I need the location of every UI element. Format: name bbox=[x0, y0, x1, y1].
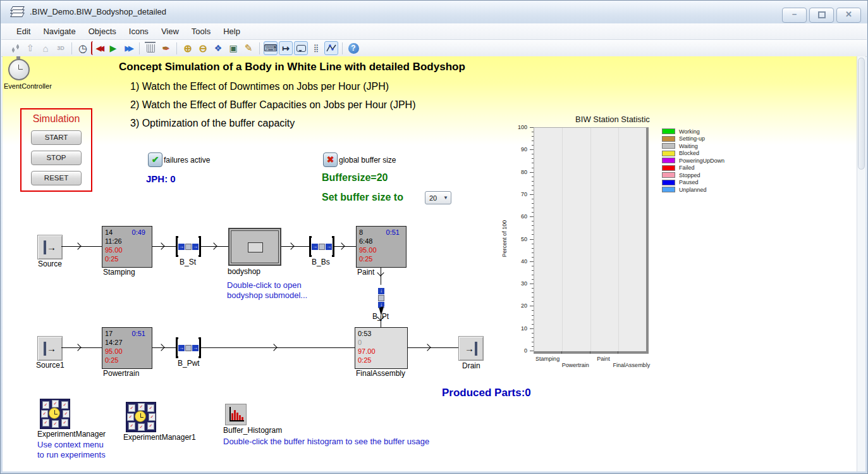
paint-count: 8 bbox=[359, 228, 363, 237]
y-tick bbox=[532, 248, 534, 249]
close-button[interactable]: ✕ bbox=[836, 8, 861, 23]
event-controller-label: EventController bbox=[4, 82, 52, 90]
y-tick bbox=[530, 351, 534, 351]
event-controller-object[interactable] bbox=[8, 59, 30, 80]
help-icon[interactable]: ? bbox=[346, 41, 360, 55]
model-canvas[interactable]: EventController Concept Simulation of a … bbox=[3, 56, 859, 471]
buffer-histogram-object[interactable] bbox=[225, 404, 247, 425]
legend-swatch bbox=[662, 128, 675, 134]
grid-icon[interactable]: ⣿ bbox=[309, 41, 323, 55]
powertrain-time: 0:51 bbox=[132, 329, 145, 338]
y-tick bbox=[532, 190, 534, 190]
home-icon[interactable]: ⌂ bbox=[39, 41, 52, 55]
start-button[interactable]: START bbox=[31, 130, 82, 145]
footprints-icon[interactable] bbox=[8, 41, 22, 55]
experiment-manager1-object[interactable]: ✓✓✓ ✓✓ ✓✓✓ bbox=[126, 402, 156, 432]
goal-2: 2) Watch the Effect of Buffer Capacities… bbox=[130, 99, 415, 111]
legend-swatch bbox=[662, 158, 675, 163]
menu-objects[interactable]: Objects bbox=[82, 25, 123, 38]
paint-station[interactable]: 80:51 6:48 95.00 0:25 bbox=[356, 226, 406, 268]
route-glyph bbox=[326, 44, 336, 53]
menu-view[interactable]: View bbox=[155, 25, 185, 38]
global-buffer-checkbox[interactable]: ✖ bbox=[323, 153, 338, 167]
menu-navigate[interactable]: Navigate bbox=[37, 25, 82, 38]
reset-button[interactable]: RESET bbox=[31, 171, 82, 185]
y-tick bbox=[532, 333, 534, 334]
reset-simulation-icon[interactable]: ◀◀ bbox=[91, 41, 105, 55]
route-icon[interactable] bbox=[324, 41, 338, 55]
failures-label: failures active bbox=[164, 156, 210, 165]
comment-icon[interactable] bbox=[294, 41, 308, 55]
finalassembly-count: 0:53 bbox=[358, 329, 405, 338]
stop-button[interactable]: STOP bbox=[31, 151, 82, 165]
y-tick bbox=[530, 328, 534, 329]
x-tick bbox=[561, 351, 562, 354]
paint-clock: 6:48 bbox=[359, 237, 403, 246]
y-tick bbox=[530, 216, 534, 217]
legend-swatch bbox=[662, 180, 675, 185]
zoom-in-icon[interactable]: ⊕ bbox=[181, 41, 195, 55]
y-tick bbox=[532, 199, 534, 199]
delete-icon[interactable] bbox=[144, 41, 157, 55]
b-bs-label: B_Bs bbox=[312, 258, 330, 266]
finalassembly-label: FinalAssembly bbox=[356, 369, 405, 378]
eraser-icon[interactable]: ✒ bbox=[159, 41, 173, 55]
b-st-label: B_St bbox=[180, 258, 196, 266]
title-bar[interactable]: .BIW_Demo.BIW_Bodyshop_detailed − ✕ bbox=[1, 1, 867, 23]
y-tick bbox=[532, 234, 534, 235]
buffer-size-dropdown[interactable]: 20 ▼ bbox=[425, 191, 451, 204]
menu-tools[interactable]: Tools bbox=[185, 25, 217, 38]
navigate-up-icon[interactable]: ⇧ bbox=[23, 41, 37, 55]
legend-swatch bbox=[662, 151, 675, 156]
y-tick-label: 100 bbox=[508, 124, 527, 130]
scrollbar-thumb[interactable] bbox=[858, 58, 865, 170]
drain-object[interactable]: → bbox=[458, 336, 484, 361]
powertrain-station[interactable]: 170:51 14:27 95.00 0:25 bbox=[102, 327, 152, 369]
legend-swatch bbox=[662, 172, 675, 178]
buffer-b-st[interactable]: →→ bbox=[176, 236, 201, 257]
finalassembly-station[interactable]: 0:53 0 97.00 0:25 bbox=[355, 327, 408, 369]
connector-icon[interactable]: ↦ bbox=[279, 41, 293, 55]
event-controller-icon[interactable]: ◷ bbox=[76, 41, 90, 55]
y-tick bbox=[530, 239, 534, 240]
edit-mode-icon[interactable]: ✎ bbox=[241, 41, 255, 55]
stamping-station[interactable]: 140:49 11:26 95.00 0:25 bbox=[102, 226, 152, 268]
bodyshop-submodel[interactable] bbox=[228, 228, 281, 266]
failures-checkbox[interactable]: ✔ bbox=[148, 153, 162, 167]
app-icon bbox=[9, 6, 25, 17]
powertrain-count: 17 bbox=[105, 329, 113, 338]
stamping-cycle: 0:25 bbox=[105, 254, 149, 263]
powertrain-availability: 95.00 bbox=[105, 347, 149, 356]
zoom-out-icon[interactable]: ⊖ bbox=[196, 41, 210, 55]
buffer-b-pwt[interactable]: →→ bbox=[176, 337, 201, 358]
snapshot-icon[interactable]: ▣ bbox=[226, 41, 240, 55]
fast-forward-icon[interactable]: ▶▶ bbox=[121, 41, 135, 55]
source1-object[interactable]: → bbox=[37, 336, 63, 361]
fit-view-icon[interactable]: ❖ bbox=[211, 41, 225, 55]
buffer-b-bs[interactable]: →→ bbox=[309, 236, 334, 257]
vertical-scrollbar[interactable] bbox=[857, 56, 865, 471]
x-tick bbox=[590, 351, 590, 354]
y-tick-label: 30 bbox=[508, 280, 527, 287]
y-tick bbox=[532, 140, 534, 141]
help-glyph: ? bbox=[348, 43, 359, 54]
console-icon[interactable]: ⌨ bbox=[264, 41, 278, 55]
menu-help[interactable]: Help bbox=[217, 25, 247, 38]
start-simulation-icon[interactable]: ▶ bbox=[106, 41, 120, 55]
y-tick bbox=[532, 212, 534, 213]
legend-label: Stopped bbox=[679, 172, 700, 178]
menu-bar: Edit Navigate Objects Icons View Tools H… bbox=[1, 23, 867, 40]
show-3d-icon[interactable]: 3D bbox=[54, 41, 68, 55]
y-tick bbox=[532, 324, 534, 325]
legend-label: Paused bbox=[679, 179, 699, 185]
stamping-time: 0:49 bbox=[132, 228, 145, 237]
minimize-button[interactable]: − bbox=[782, 8, 807, 23]
restore-button[interactable] bbox=[809, 8, 834, 23]
source-object[interactable]: → bbox=[37, 235, 63, 259]
menu-edit[interactable]: Edit bbox=[10, 25, 37, 38]
experiment-manager-object[interactable]: ✓✓✓ ✓✓ ✓✓✓ bbox=[40, 399, 70, 429]
y-tick bbox=[532, 163, 534, 163]
menu-icons[interactable]: Icons bbox=[123, 25, 155, 38]
y-tick-label: 90 bbox=[508, 146, 527, 153]
powertrain-cycle: 0:25 bbox=[105, 356, 149, 365]
